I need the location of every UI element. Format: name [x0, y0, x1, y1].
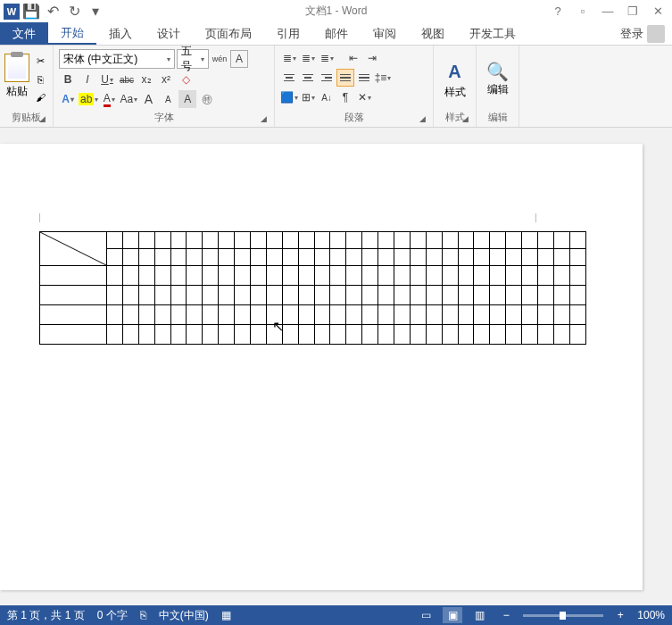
increase-indent-button[interactable]: ⇥ — [363, 49, 381, 67]
subscript-button[interactable]: x₂ — [137, 71, 155, 88]
zoom-in-button[interactable]: + — [610, 607, 630, 623]
tab-references[interactable]: 引用 — [264, 22, 312, 45]
styles-button-label[interactable]: 样式 — [444, 85, 466, 100]
svg-line-0 — [40, 232, 106, 265]
shading-button[interactable]: 🟦▾ — [280, 88, 298, 106]
highlight-button[interactable]: ab▾ — [79, 90, 98, 108]
close-button[interactable]: ✕ — [647, 3, 668, 21]
table-row[interactable] — [40, 305, 586, 325]
qat-customize[interactable]: ▾ — [86, 3, 105, 21]
macro-indicator[interactable]: ▦ — [221, 609, 231, 621]
char-border-button[interactable]: A — [230, 50, 248, 68]
format-painter-button[interactable]: 🖌 — [33, 89, 49, 105]
document-area[interactable]: ↖ — [0, 128, 672, 605]
numbering-button[interactable]: ≣▾ — [299, 49, 317, 67]
cut-button[interactable]: ✂ — [33, 54, 49, 70]
print-layout-button[interactable]: ▣ — [443, 607, 462, 623]
document-table[interactable] — [39, 231, 586, 345]
table-row[interactable] — [40, 325, 586, 345]
login-link[interactable]: 登录 — [613, 22, 672, 45]
table-row[interactable] — [40, 249, 586, 266]
grow-font-button[interactable]: A — [139, 90, 157, 108]
mouse-cursor-icon: ↖ — [272, 318, 284, 335]
redo-button[interactable]: ↻ — [64, 3, 84, 21]
multilevel-button[interactable]: ≣▾ — [318, 49, 336, 67]
undo-button[interactable]: ↶ — [43, 3, 62, 21]
tab-layout[interactable]: 页面布局 — [193, 22, 264, 45]
tab-developer[interactable]: 开发工具 — [457, 22, 528, 45]
tab-view[interactable]: 视图 — [409, 22, 457, 45]
styles-launcher[interactable]: ◢ — [460, 114, 470, 125]
snap-button[interactable]: ✕▾ — [355, 88, 373, 106]
restore-button[interactable]: ❐ — [622, 3, 643, 21]
editing-button-label[interactable]: 编辑 — [487, 82, 509, 97]
clipboard-group-label: 剪贴板◢ — [5, 111, 47, 125]
window-title: 文档1 - Word — [305, 4, 368, 19]
font-name-combo[interactable]: 宋体 (中文正文)▾ — [59, 49, 175, 69]
align-justify-button[interactable] — [336, 69, 354, 87]
margin-mark-left — [39, 213, 40, 222]
align-left-button[interactable] — [280, 69, 298, 87]
clear-format-button[interactable]: ◇ — [177, 71, 195, 88]
save-button[interactable]: 💾 — [21, 3, 41, 21]
tab-home[interactable]: 开始 — [48, 22, 96, 45]
language-indicator[interactable]: 中文(中国) — [159, 608, 209, 623]
change-case-button[interactable]: Aa▾ — [120, 90, 137, 108]
read-mode-button[interactable]: ▭ — [416, 607, 436, 623]
help-button[interactable]: ? — [547, 3, 568, 21]
table-row[interactable] — [40, 266, 586, 286]
decrease-indent-button[interactable]: ⇤ — [344, 49, 362, 67]
borders-button[interactable]: ⊞▾ — [299, 88, 317, 106]
web-layout-button[interactable]: ▥ — [469, 607, 489, 623]
font-size-combo[interactable]: 五号▾ — [177, 49, 209, 69]
strikethrough-button[interactable]: abc — [118, 71, 136, 88]
line-spacing-button[interactable]: ‡≡▾ — [374, 69, 392, 87]
show-marks-button[interactable]: ¶ — [336, 88, 354, 106]
tab-mail[interactable]: 邮件 — [312, 22, 361, 45]
phonetic-guide-button[interactable]: wén — [211, 50, 228, 68]
align-center-button[interactable] — [299, 69, 317, 87]
clipboard-launcher[interactable]: ◢ — [37, 114, 47, 125]
zoom-out-button[interactable]: − — [496, 607, 516, 623]
table-row[interactable] — [40, 286, 586, 305]
zoom-slider[interactable] — [523, 614, 603, 617]
table-row[interactable] — [40, 232, 586, 249]
distribute-button[interactable] — [355, 69, 373, 87]
bold-button[interactable]: B — [59, 71, 77, 88]
minimize-button[interactable]: — — [597, 3, 618, 21]
styles-icon[interactable]: A — [442, 58, 469, 85]
shrink-font-button[interactable]: A — [159, 90, 177, 108]
superscript-button[interactable]: x² — [157, 71, 175, 88]
sort-button[interactable]: A↓ — [318, 88, 336, 106]
text-effect-button[interactable]: A▾ — [59, 90, 77, 108]
paste-button[interactable]: 粘贴 — [4, 54, 29, 105]
group-font: 宋体 (中文正文)▾ 五号▾ wén A B I U▾ abc x₂ x² ◇ … — [54, 46, 275, 127]
tab-file[interactable]: 文件 — [0, 22, 48, 45]
align-right-button[interactable] — [318, 69, 336, 87]
bullets-button[interactable]: ≣▾ — [280, 49, 298, 67]
tab-insert[interactable]: 插入 — [96, 22, 145, 45]
tab-review[interactable]: 审阅 — [361, 22, 409, 45]
enclosed-char-button[interactable]: ㊕ — [198, 90, 216, 108]
font-launcher[interactable]: ◢ — [258, 114, 269, 125]
copy-button[interactable]: ⎘ — [33, 71, 49, 88]
find-icon[interactable]: 🔍 — [486, 61, 509, 82]
zoom-thumb[interactable] — [560, 612, 566, 620]
char-shading-button[interactable]: A — [178, 90, 196, 108]
avatar-icon — [647, 25, 665, 43]
tab-design[interactable]: 设计 — [145, 22, 193, 45]
font-color-button[interactable]: A▾ — [100, 90, 118, 108]
diagonal-header-cell[interactable] — [40, 232, 107, 266]
proofing-indicator[interactable]: ⎘ — [140, 609, 146, 621]
ribbon-tabs: 文件 开始 插入 设计 页面布局 引用 邮件 审阅 视图 开发工具 登录 — [0, 22, 672, 46]
underline-button[interactable]: U▾ — [98, 71, 116, 88]
paragraph-launcher[interactable]: ◢ — [417, 114, 427, 125]
word-count[interactable]: 0 个字 — [97, 608, 128, 623]
zoom-level[interactable]: 100% — [637, 609, 665, 621]
ribbon-display-options[interactable]: ▫ — [572, 3, 593, 21]
page[interactable] — [0, 144, 643, 590]
page-indicator[interactable]: 第 1 页，共 1 页 — [7, 608, 85, 623]
editing-group-label: 编辑 — [482, 111, 513, 125]
paste-icon — [4, 54, 29, 82]
italic-button[interactable]: I — [79, 71, 96, 88]
